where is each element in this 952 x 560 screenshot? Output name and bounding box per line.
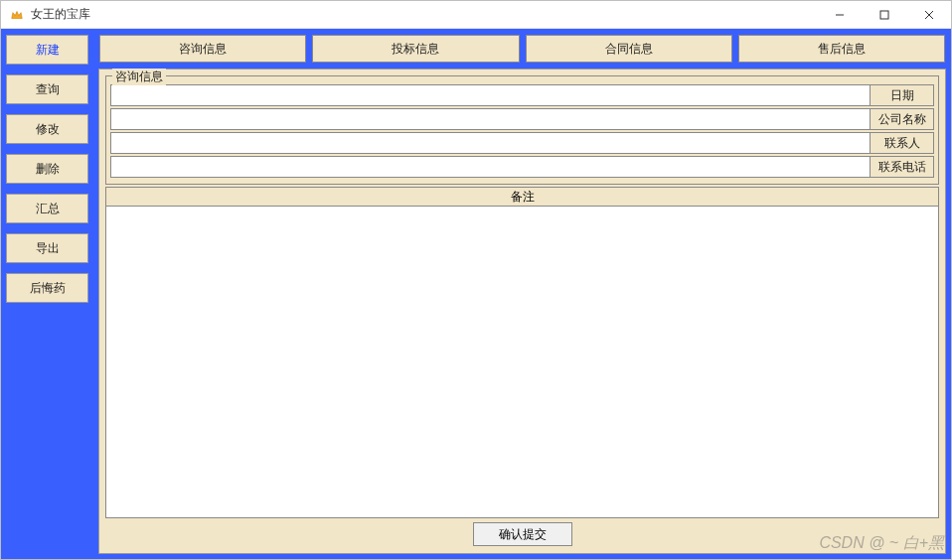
remarks-header: 备注	[105, 187, 939, 207]
contact-label: 联系人	[871, 132, 934, 154]
window-title: 女王的宝库	[31, 6, 90, 23]
sidebar-item-summary[interactable]: 汇总	[6, 194, 88, 223]
remarks-textarea[interactable]	[105, 207, 939, 518]
phone-label: 联系电话	[871, 156, 934, 178]
maximize-button[interactable]	[862, 1, 906, 29]
tab-label: 合同信息	[605, 41, 653, 58]
phone-input[interactable]	[110, 156, 871, 178]
sidebar-item-delete[interactable]: 删除	[6, 154, 88, 184]
remarks-label: 备注	[511, 189, 535, 206]
form-row-company: 公司名称	[110, 108, 934, 130]
titlebar: 女王的宝库	[1, 1, 951, 29]
form-row-contact: 联系人	[110, 132, 934, 154]
date-input[interactable]	[110, 84, 871, 106]
sidebar-item-label: 删除	[36, 161, 60, 178]
form-footer: 确认提交	[105, 518, 939, 550]
sidebar-item-export[interactable]: 导出	[6, 233, 88, 263]
tab-label: 投标信息	[392, 41, 439, 58]
sidebar-item-label: 查询	[36, 81, 60, 98]
company-label: 公司名称	[871, 108, 934, 130]
tab-row: 咨询信息 投标信息 合同信息 售后信息	[98, 34, 946, 66]
main-area: 咨询信息 投标信息 合同信息 售后信息 咨询信息 日期 公司名称	[93, 29, 951, 559]
tab-bid[interactable]: 投标信息	[312, 35, 519, 63]
submit-button[interactable]: 确认提交	[473, 522, 572, 546]
sidebar-item-query[interactable]: 查询	[6, 74, 88, 104]
app-window: 女王的宝库 新建 查询 修改 删除 汇总 导出 后悔药 咨询信息 投标信息	[0, 0, 952, 560]
group-title: 咨询信息	[112, 69, 166, 85]
sidebar: 新建 查询 修改 删除 汇总 导出 后悔药	[1, 29, 93, 559]
sidebar-item-label: 新建	[36, 42, 60, 59]
svg-rect-1	[880, 11, 888, 19]
tab-consult[interactable]: 咨询信息	[99, 35, 306, 63]
sidebar-item-label: 修改	[36, 121, 60, 138]
tab-label: 售后信息	[818, 41, 866, 58]
form-panel: 咨询信息 日期 公司名称 联系人 联系电话	[98, 69, 946, 554]
tab-aftersale[interactable]: 售后信息	[738, 35, 945, 63]
form-row-date: 日期	[110, 84, 934, 106]
sidebar-item-undo[interactable]: 后悔药	[6, 273, 88, 303]
form-groupbox: 咨询信息 日期 公司名称 联系人 联系电话	[105, 75, 939, 185]
sidebar-item-label: 汇总	[36, 201, 60, 217]
sidebar-item-label: 导出	[36, 240, 60, 257]
minimize-button[interactable]	[817, 1, 862, 29]
crown-icon	[9, 7, 25, 23]
client-area: 新建 查询 修改 删除 汇总 导出 后悔药 咨询信息 投标信息 合同信息 售后信…	[1, 29, 951, 559]
sidebar-item-label: 后悔药	[30, 280, 66, 297]
company-input[interactable]	[110, 108, 871, 130]
form-row-phone: 联系电话	[110, 156, 934, 178]
close-button[interactable]	[906, 1, 951, 29]
tab-label: 咨询信息	[179, 41, 227, 58]
date-label: 日期	[871, 84, 934, 106]
sidebar-item-new[interactable]: 新建	[6, 35, 88, 65]
tab-contract[interactable]: 合同信息	[526, 35, 732, 63]
sidebar-item-modify[interactable]: 修改	[6, 114, 88, 144]
submit-label: 确认提交	[499, 526, 547, 543]
contact-input[interactable]	[110, 132, 871, 154]
